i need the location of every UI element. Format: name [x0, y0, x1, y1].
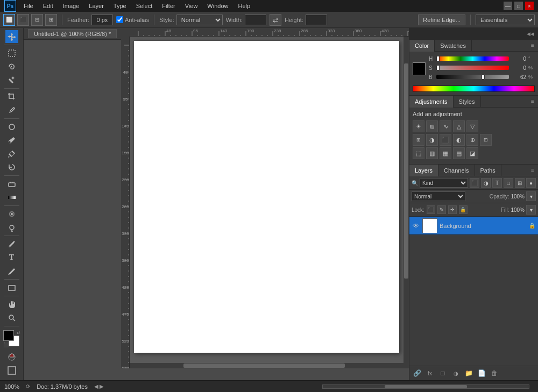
- hand-tool[interactable]: [5, 298, 18, 311]
- minimize-button[interactable]: —: [504, 2, 512, 10]
- bright-thumb[interactable]: [482, 74, 485, 80]
- horizontal-scrollbar[interactable]: [130, 363, 404, 368]
- channels-tab[interactable]: Channels: [438, 165, 475, 176]
- lock-move-btn[interactable]: ✛: [448, 205, 457, 214]
- magic-wand-tool[interactable]: [5, 74, 18, 87]
- layer-mode-select[interactable]: Normal: [412, 191, 465, 201]
- threshold-adj[interactable]: ▦: [440, 147, 451, 159]
- history-brush-tool[interactable]: [5, 161, 18, 174]
- hue-thumb[interactable]: [436, 56, 440, 61]
- blur-tool[interactable]: [5, 208, 18, 220]
- subtract-selection-btn[interactable]: ⊟: [31, 14, 43, 26]
- close-button[interactable]: ×: [525, 2, 534, 10]
- menu-item-select[interactable]: Select: [132, 2, 157, 10]
- document-tab[interactable]: Untitled-1 @ 100% (RGB/8) *: [28, 29, 117, 38]
- shape-tool[interactable]: [5, 281, 18, 294]
- quick-mask-btn[interactable]: [6, 351, 18, 363]
- fill-arrow-btn[interactable]: ▾: [526, 205, 536, 215]
- new-group-btn[interactable]: 📁: [463, 368, 474, 379]
- vertical-scrollbar-thumb[interactable]: [404, 63, 408, 279]
- status-next-btn[interactable]: ▶: [100, 383, 104, 389]
- new-selection-btn[interactable]: ⬜: [3, 14, 15, 26]
- anti-alias-checkbox[interactable]: [116, 16, 123, 23]
- layer-filter-toggle[interactable]: ●: [526, 178, 536, 188]
- exposure-adj[interactable]: △: [453, 120, 465, 132]
- horizontal-scrollbar-thumb[interactable]: [183, 364, 345, 368]
- menu-item-edit[interactable]: Edit: [39, 2, 58, 10]
- add-selection-btn[interactable]: ⬛: [17, 14, 29, 26]
- feather-input[interactable]: [91, 15, 113, 25]
- color-tab[interactable]: Color: [409, 40, 435, 52]
- canvas[interactable]: [134, 41, 399, 353]
- style-select[interactable]: Normal Fixed Ratio Fixed Size: [176, 15, 223, 25]
- vibrance-adj[interactable]: ▽: [466, 120, 478, 132]
- adj-panel-menu[interactable]: ≡: [527, 96, 538, 108]
- menu-item-layer[interactable]: Layer: [84, 2, 108, 10]
- lock-pixels-btn[interactable]: ⬛: [427, 205, 435, 214]
- layer-adjust-filter[interactable]: ◑: [481, 178, 491, 188]
- vertical-scrollbar[interactable]: [404, 37, 409, 363]
- opacity-arrow-btn[interactable]: ▾: [526, 191, 536, 201]
- layers-panel-menu[interactable]: ≡: [527, 165, 538, 176]
- invert-adj[interactable]: ⬚: [413, 147, 424, 159]
- layer-visibility-toggle[interactable]: 👁: [412, 222, 420, 230]
- hsl-adj[interactable]: ⊞: [413, 134, 424, 146]
- default-colors-icon[interactable]: ⬛: [3, 343, 9, 347]
- path-selection-tool[interactable]: [5, 265, 18, 277]
- move-tool[interactable]: [5, 30, 18, 43]
- menu-item-file[interactable]: File: [19, 2, 38, 10]
- layer-smart-filter[interactable]: ⊞: [515, 178, 525, 188]
- status-scrollbar-thumb[interactable]: [385, 385, 467, 388]
- selective-color-adj[interactable]: ◪: [466, 147, 478, 159]
- styles-tab[interactable]: Styles: [454, 96, 481, 108]
- gradient-map-adj[interactable]: ▤: [453, 147, 465, 159]
- new-adjustment-layer-btn[interactable]: ◑: [450, 368, 461, 379]
- menu-item-type[interactable]: Type: [109, 2, 131, 10]
- table-row[interactable]: 👁 Background 🔒: [409, 217, 538, 235]
- clone-stamp-tool[interactable]: [5, 147, 18, 160]
- status-rotate-icon[interactable]: ⟳: [24, 382, 32, 391]
- delete-layer-btn[interactable]: 🗑: [489, 368, 500, 379]
- healing-brush-tool[interactable]: [5, 120, 18, 133]
- status-scrollbar[interactable]: [322, 384, 529, 389]
- link-layers-btn[interactable]: 🔗: [412, 368, 422, 379]
- swap-colors-icon[interactable]: ⇄: [17, 330, 20, 335]
- menu-item-filter[interactable]: Filter: [158, 2, 179, 10]
- new-layer-btn[interactable]: 📄: [476, 368, 487, 379]
- screen-mode-btn[interactable]: [6, 365, 18, 376]
- channel-mixer-adj[interactable]: ⊕: [466, 134, 478, 146]
- color-spectrum[interactable]: [413, 85, 535, 92]
- intersect-selection-btn[interactable]: ⊞: [45, 14, 57, 26]
- lock-paint-btn[interactable]: ✎: [437, 205, 446, 214]
- foreground-color[interactable]: [3, 330, 14, 341]
- posterize-adj[interactable]: ▥: [426, 147, 438, 159]
- layer-pixel-filter[interactable]: ⬛: [470, 178, 479, 188]
- layer-style-btn[interactable]: fx: [424, 368, 435, 379]
- photo-filter-adj[interactable]: ◐: [453, 134, 465, 146]
- status-prev-btn[interactable]: ◀: [94, 383, 98, 389]
- layer-kind-select[interactable]: Kind: [420, 178, 468, 188]
- gradient-tool[interactable]: [5, 191, 18, 204]
- refine-edge-button[interactable]: Refine Edge...: [418, 15, 465, 25]
- height-input[interactable]: [306, 15, 327, 25]
- lock-all-btn[interactable]: 🔒: [459, 205, 468, 214]
- swap-dimensions-btn[interactable]: ⇄: [270, 14, 281, 26]
- menu-item-view[interactable]: View: [181, 2, 202, 10]
- crop-tool[interactable]: [5, 90, 18, 103]
- color-fg-swatch[interactable]: [413, 62, 426, 75]
- hue-track[interactable]: [436, 56, 509, 61]
- menu-item-window[interactable]: Window: [203, 2, 232, 10]
- adjustments-tab[interactable]: Adjustments: [409, 96, 454, 108]
- layer-shape-filter[interactable]: □: [504, 178, 513, 188]
- layers-tab[interactable]: Layers: [409, 165, 438, 176]
- lasso-tool[interactable]: [5, 60, 18, 73]
- rectangular-marquee-tool[interactable]: [5, 47, 18, 60]
- color-panel-menu[interactable]: ≡: [527, 40, 538, 52]
- curves-adj[interactable]: ∿: [440, 120, 451, 132]
- bw-adj[interactable]: ⬛: [440, 134, 451, 146]
- type-tool[interactable]: T: [5, 251, 18, 264]
- menu-item-help[interactable]: Help: [233, 2, 254, 10]
- eyedropper-tool[interactable]: [5, 104, 18, 117]
- paths-tab[interactable]: Paths: [475, 165, 501, 176]
- maximize-button[interactable]: □: [514, 2, 523, 10]
